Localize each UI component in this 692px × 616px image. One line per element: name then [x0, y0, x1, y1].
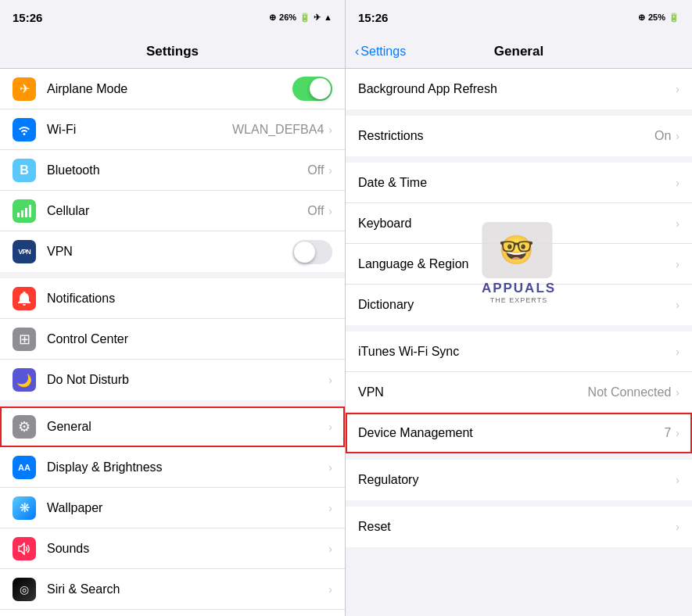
row-language[interactable]: Language & Region ›: [346, 244, 692, 285]
row-bluetooth[interactable]: B Bluetooth Off ›: [0, 150, 345, 191]
device-mgmt-chevron: ›: [676, 427, 679, 439]
svg-rect-3: [29, 205, 31, 217]
reset-label: Reset: [358, 520, 676, 534]
row-airplane[interactable]: ✈ Airplane Mode: [0, 69, 345, 109]
right-section-4: iTunes Wi-Fi Sync › VPN Not Connected › …: [346, 331, 692, 453]
left-status-icons: ⊕ 26% 🔋 ✈ ▲: [269, 13, 332, 23]
vpn-right-value: Not Connected: [588, 385, 672, 399]
keyboard-label: Keyboard: [358, 217, 676, 231]
row-general[interactable]: ⚙ General ›: [0, 406, 345, 447]
row-display[interactable]: AA Display & Brightness ›: [0, 447, 345, 488]
control-center-row-icon: ⊞: [13, 328, 36, 351]
wallpaper-chevron: ›: [328, 502, 332, 514]
date-time-label: Date & Time: [358, 176, 676, 190]
left-nav-bar: Settings: [0, 34, 345, 69]
left-status-bar: 15:26 ⊕ 26% 🔋 ✈ ▲: [0, 0, 345, 34]
restrictions-chevron: ›: [676, 130, 679, 142]
cellular-label: Cellular: [47, 204, 307, 218]
row-siri[interactable]: ◎ Siri & Search ›: [0, 569, 345, 610]
language-label: Language & Region: [358, 257, 676, 271]
row-cellular[interactable]: Cellular Off ›: [0, 191, 345, 231]
row-regulatory[interactable]: Regulatory ›: [346, 460, 692, 500]
siri-chevron: ›: [328, 583, 332, 596]
right-section-5: Regulatory ›: [346, 460, 692, 500]
section-general-group: ⚙ General › AA Display & Brightness › ❋ …: [0, 406, 345, 616]
display-row-icon: AA: [13, 456, 36, 479]
battery-text: 26%: [279, 13, 296, 22]
reset-chevron: ›: [676, 521, 679, 533]
bluetooth-value: Off: [307, 163, 324, 177]
row-do-not-disturb[interactable]: 🌙 Do Not Disturb ›: [0, 360, 345, 400]
right-section-3: Date & Time › Keyboard › Language & Regi…: [346, 163, 692, 325]
back-chevron-icon: ‹: [355, 45, 359, 59]
section-notifications: Notifications ⊞ Control Center 🌙 Do Not …: [0, 278, 345, 400]
row-dictionary[interactable]: Dictionary › 🤓 APPUALS THE EXPERTS: [346, 285, 692, 325]
location-icon: ⊕: [269, 13, 276, 23]
right-status-bar: 15:26 ⊕ 25% 🔋: [346, 0, 692, 34]
left-settings-list: ✈ Airplane Mode Wi-Fi WLAN_DEFBA4 › B: [0, 69, 345, 616]
date-time-chevron: ›: [676, 177, 679, 189]
row-wifi[interactable]: Wi-Fi WLAN_DEFBA4 ›: [0, 109, 345, 150]
row-notifications[interactable]: Notifications: [0, 278, 345, 319]
back-button[interactable]: ‹ Settings: [355, 45, 406, 59]
row-keyboard[interactable]: Keyboard ›: [346, 203, 692, 244]
device-mgmt-value: 7: [664, 426, 671, 440]
row-touchid[interactable]: ◉ Touch ID & Passcode: [0, 610, 345, 616]
itunes-wifi-label: iTunes Wi-Fi Sync: [358, 345, 676, 359]
right-panel: 15:26 ⊕ 25% 🔋 ‹ Settings General Backgro…: [346, 0, 692, 616]
device-mgmt-label: Device Management: [358, 426, 664, 440]
right-battery-icon: 🔋: [669, 13, 679, 23]
row-bg-refresh[interactable]: Background App Refresh ›: [346, 69, 692, 109]
right-section-1: Background App Refresh ›: [346, 69, 692, 109]
siri-row-icon: ◎: [13, 578, 36, 601]
left-nav-title: Settings: [146, 44, 199, 59]
row-vpn-left[interactable]: VPN VPN: [0, 231, 345, 272]
display-label: Display & Brightness: [47, 460, 328, 475]
notifications-label: Notifications: [47, 292, 332, 306]
wifi-label: Wi-Fi: [47, 123, 232, 137]
notifications-row-icon: [13, 287, 36, 310]
dnd-chevron: ›: [328, 374, 332, 386]
right-status-icons: ⊕ 25% 🔋: [638, 13, 679, 23]
sounds-chevron: ›: [328, 543, 332, 555]
wallpaper-row-icon: ❋: [13, 496, 36, 520]
row-control-center[interactable]: ⊞ Control Center: [0, 319, 345, 360]
right-nav-title: General: [494, 44, 543, 59]
row-date-time[interactable]: Date & Time ›: [346, 163, 692, 203]
svg-rect-0: [17, 213, 20, 217]
row-reset[interactable]: Reset ›: [346, 507, 692, 547]
airplane-toggle[interactable]: [292, 77, 332, 101]
dictionary-label: Dictionary: [358, 298, 676, 312]
row-device-mgmt[interactable]: Device Management 7 ›: [346, 413, 692, 453]
svg-rect-2: [25, 208, 27, 217]
row-vpn-right[interactable]: VPN Not Connected ›: [346, 372, 692, 413]
right-location-icon: ⊕: [638, 13, 645, 23]
row-wallpaper[interactable]: ❋ Wallpaper ›: [0, 488, 345, 528]
wifi-value: WLAN_DEFBA4: [232, 123, 324, 137]
dictionary-chevron: ›: [676, 299, 679, 311]
battery-icon: 🔋: [299, 13, 310, 23]
sounds-label: Sounds: [47, 542, 328, 556]
cellular-value: Off: [307, 204, 324, 218]
row-sounds[interactable]: Sounds ›: [0, 528, 345, 569]
wifi-row-icon: [13, 118, 36, 141]
cellular-row-icon: [13, 199, 36, 223]
vpn-right-label: VPN: [358, 385, 588, 399]
bluetooth-row-icon: B: [13, 159, 36, 182]
wifi-chevron: ›: [328, 124, 332, 136]
restrictions-value: On: [654, 129, 671, 143]
bluetooth-chevron: ›: [328, 164, 332, 177]
regulatory-label: Regulatory: [358, 473, 676, 487]
row-itunes-wifi[interactable]: iTunes Wi-Fi Sync ›: [346, 331, 692, 372]
vpn-toggle[interactable]: [292, 240, 332, 264]
vpn-row-icon: VPN: [13, 240, 36, 263]
back-label: Settings: [360, 45, 406, 59]
row-restrictions[interactable]: Restrictions On ›: [346, 116, 692, 156]
svg-rect-1: [21, 210, 23, 217]
airplane-row-icon: ✈: [13, 77, 36, 101]
right-nav-bar: ‹ Settings General: [346, 34, 692, 69]
airplane-icon: ✈: [314, 13, 321, 23]
bluetooth-label: Bluetooth: [47, 163, 307, 177]
general-chevron: ›: [328, 421, 332, 433]
right-section-6: Reset ›: [346, 507, 692, 547]
